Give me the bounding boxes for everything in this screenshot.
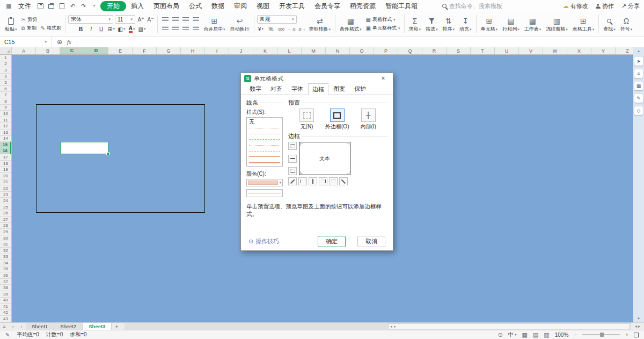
column-header-W[interactable]: W — [543, 47, 567, 55]
row-header-7[interactable]: 7 — [0, 92, 11, 98]
column-header-A[interactable]: A — [12, 47, 36, 55]
status-mode-icon[interactable]: ✎ — [5, 332, 10, 338]
row-header-43[interactable]: 43 — [0, 316, 11, 322]
sheet-list-icon[interactable]: ≡ — [0, 323, 9, 330]
collaborate-button[interactable]: 协作 — [596, 2, 614, 10]
row-header-41[interactable]: 41 — [0, 304, 11, 310]
menu-tab-会员专享[interactable]: 会员专享 — [310, 1, 345, 11]
row-header-12[interactable]: 12 — [0, 123, 11, 129]
formula-input[interactable] — [77, 37, 644, 47]
thousands-button[interactable]: 000 — [277, 25, 286, 33]
row-header-2[interactable]: 2 — [0, 61, 11, 68]
target-icon[interactable]: ⊕ — [57, 38, 62, 46]
row-header-38[interactable]: 38 — [0, 285, 11, 291]
column-header-L[interactable]: L — [277, 47, 302, 55]
undo-icon[interactable]: ↶ — [68, 2, 77, 10]
row-header-30[interactable]: 30 — [0, 235, 11, 242]
column-header-O[interactable]: O — [350, 47, 374, 55]
font-shrink-button[interactable]: A⁻ — [147, 16, 155, 23]
align-left-button[interactable] — [160, 25, 170, 32]
row-header-31[interactable]: 31 — [0, 241, 11, 248]
currency-button[interactable]: ¥▾ — [257, 25, 265, 33]
row-header-3[interactable]: 3 — [0, 67, 11, 74]
menu-tab-开发工具[interactable]: 开发工具 — [274, 1, 310, 11]
align-right-button[interactable] — [181, 25, 190, 32]
menu-tab-插入[interactable]: 插入 — [126, 1, 149, 11]
prev-sheet-icon[interactable]: ‹ — [9, 323, 17, 330]
preset-outline-button[interactable]: 外边框(O) — [325, 109, 349, 131]
share-button[interactable]: ↗分享 — [621, 2, 640, 10]
row-header-9[interactable]: 9 — [0, 105, 11, 111]
ok-button[interactable]: 确定 — [318, 236, 346, 247]
row-header-42[interactable]: 42 — [0, 310, 11, 316]
indent-button[interactable] — [191, 25, 200, 32]
scroll-up-icon[interactable]: ▴ — [638, 49, 640, 53]
horizontal-scroll-thumb[interactable]: ◂▸ — [388, 323, 630, 329]
cut-button[interactable]: ✂剪切 — [20, 16, 63, 23]
merge-center-button[interactable]: ⊞ 合并居中▾ — [202, 16, 227, 32]
zoom-level[interactable]: 100% — [555, 332, 569, 338]
modified-status[interactable]: ☁有修改 — [563, 2, 588, 10]
tips-link[interactable]: ⊙操作技巧 — [248, 237, 279, 246]
zoom-in-button[interactable]: + — [625, 332, 628, 338]
column-header-Y[interactable]: Y — [591, 47, 616, 55]
borders-button[interactable]: ⊞▾ — [107, 25, 115, 33]
column-header-F[interactable]: F — [133, 47, 157, 55]
line-style-list[interactable]: 无 — [246, 117, 283, 167]
scroll-corner[interactable]: ◂▸ — [631, 323, 644, 330]
font-grow-button[interactable]: A⁺ — [137, 16, 145, 23]
menu-tab-稻壳资源[interactable]: 稻壳资源 — [345, 1, 380, 11]
color-dropdown[interactable]: ▾ — [246, 179, 283, 186]
wrap-text-button[interactable]: ↩ 自动换行 — [229, 16, 251, 32]
row-header-24[interactable]: 24 — [0, 198, 11, 204]
redo-icon[interactable]: ↷ — [79, 2, 88, 10]
dialog-tab-字体[interactable]: 字体 — [287, 83, 308, 95]
row-header-14[interactable]: 14 — [0, 136, 11, 142]
preset-inside-button[interactable]: ╋ 内部(I) — [361, 109, 376, 131]
menu-tab-开始[interactable]: 开始 — [100, 1, 126, 11]
number-format-select[interactable]: 常规▾ — [257, 15, 297, 24]
decrease-decimal-button[interactable]: ←.0 — [288, 25, 296, 33]
column-header-Z[interactable]: Z — [616, 47, 633, 55]
scroll-down-icon[interactable]: ▾ — [638, 316, 640, 321]
column-header-S[interactable]: S — [447, 47, 471, 55]
symbol-button[interactable]: Ω 符号▾ — [619, 16, 634, 32]
row-header-20[interactable]: 20 — [0, 173, 11, 179]
save-icon[interactable] — [36, 2, 45, 10]
column-header-P[interactable]: P — [374, 47, 398, 55]
row-header-17[interactable]: 17 — [0, 154, 11, 161]
name-box-caret-icon[interactable]: ▾ — [45, 40, 47, 44]
menu-tab-智能工具箱[interactable]: 智能工具箱 — [380, 1, 422, 11]
increase-decimal-button[interactable]: .0→ — [298, 25, 306, 33]
type-convert-button[interactable]: ⇄ 类型转换▾ — [308, 16, 333, 32]
line-style-option-0[interactable] — [248, 125, 281, 131]
border-vcenter-button[interactable] — [309, 177, 317, 185]
column-header-N[interactable]: N — [326, 47, 350, 55]
align-bottom-button[interactable] — [181, 16, 190, 23]
view-normal-icon[interactable]: ▦ — [522, 331, 528, 338]
column-header-X[interactable]: X — [567, 47, 591, 55]
dialog-tab-图案[interactable]: 图案 — [329, 83, 349, 95]
column-header-U[interactable]: U — [495, 47, 519, 55]
row-header-28[interactable]: 28 — [0, 223, 11, 229]
row-header-27[interactable]: 27 — [0, 217, 11, 223]
column-header-C[interactable]: C — [60, 47, 84, 55]
next-sheet-icon[interactable]: › — [17, 323, 26, 330]
column-header-H[interactable]: H — [181, 47, 205, 55]
orientation-button[interactable] — [191, 16, 200, 23]
cells-button[interactable]: ⊞ 单元格▾ — [479, 16, 500, 32]
border-diag-up-button[interactable] — [288, 177, 297, 185]
preview-icon[interactable] — [57, 2, 67, 10]
zoom-slider[interactable] — [582, 334, 620, 335]
rows-cols-button[interactable]: ▤ 行和列▾ — [501, 16, 521, 32]
menu-tab-视图[interactable]: 视图 — [252, 1, 274, 11]
shading-button[interactable]: ▨▾ — [138, 25, 146, 33]
font-size-select[interactable]: 11▾ — [115, 15, 135, 24]
dialog-tab-对齐[interactable]: 对齐 — [266, 83, 287, 95]
add-sheet-button[interactable]: + — [112, 323, 121, 330]
row-header-36[interactable]: 36 — [0, 272, 11, 279]
column-header-G[interactable]: G — [157, 47, 181, 55]
row-header-11[interactable]: 11 — [0, 117, 11, 124]
row-header-29[interactable]: 29 — [0, 229, 11, 235]
menu-tab-审阅[interactable]: 审阅 — [229, 1, 252, 11]
